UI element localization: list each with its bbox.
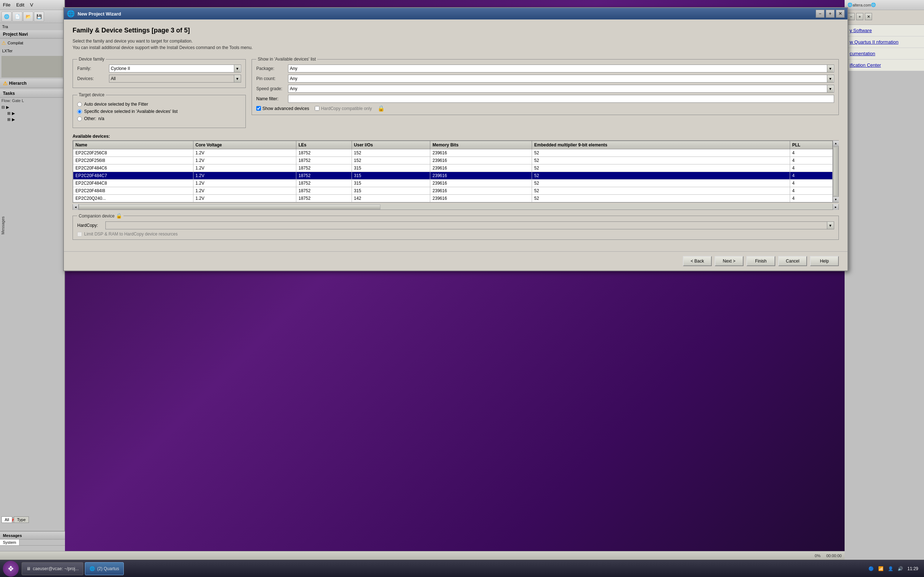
pin-count-label: Pin count: xyxy=(256,76,285,81)
radio-specific[interactable] xyxy=(77,109,82,114)
table-cell-2: 18752 xyxy=(296,172,352,180)
table-row[interactable]: EP2C20F484I81.2V18752315239616524 xyxy=(73,187,833,195)
package-select[interactable]: Any xyxy=(288,64,834,73)
hardcopy-label: HardCopy compatible only xyxy=(321,106,372,111)
speed-grade-select-wrapper: Any ▼ xyxy=(288,85,834,93)
table-cell-2: 18752 xyxy=(296,180,352,187)
taskbar-item-quartus[interactable]: 🌐 (2) Quartus xyxy=(85,562,124,575)
titlebar-min[interactable]: − xyxy=(848,13,855,20)
table-cell-1: 1.2V xyxy=(193,157,296,164)
show-devices-legend: Show in 'Available devices' list xyxy=(256,56,317,62)
next-button[interactable]: Next > xyxy=(715,256,743,266)
hardcopy-checkbox[interactable] xyxy=(315,106,320,111)
show-advanced-checkbox[interactable] xyxy=(256,106,261,111)
window-icon: 🌐 xyxy=(67,10,75,18)
devices-table-inner: Name Core Voltage LEs User I/Os Memory B… xyxy=(73,141,833,202)
pin-count-row: Pin count: Any ▼ xyxy=(256,75,834,82)
taskbar-item-proj[interactable]: 🖥 caeuser@vcae: ~/proj... xyxy=(22,562,83,575)
table-row[interactable]: EP2C20F256I81.2V18752152239616524 xyxy=(73,157,833,164)
table-row[interactable]: EP2C20Q240...1.2V18752142239616524 xyxy=(73,195,833,202)
titlebar-left: 🌐 New Project Wizard xyxy=(67,10,121,18)
table-cell-5: 52 xyxy=(532,157,790,164)
ide-right-panel: 🌐 altera.com 🌐 − + ✕ y Software w Quartu… xyxy=(845,0,924,560)
right-link-2[interactable]: cumentation xyxy=(845,48,924,60)
back-button[interactable]: < Back xyxy=(683,256,712,266)
menu-file[interactable]: File xyxy=(3,2,10,8)
table-row[interactable]: EP2C20F256C81.2V18752152239616524 xyxy=(73,149,833,157)
table-cell-2: 18752 xyxy=(296,164,352,172)
wizard-description: Select the family and device you want to… xyxy=(73,38,839,51)
finish-button[interactable]: Finish xyxy=(746,256,775,266)
cancel-button[interactable]: Cancel xyxy=(778,256,807,266)
window-minimize-btn[interactable]: − xyxy=(816,10,824,18)
vscroll-down-btn[interactable]: ▼ xyxy=(833,197,839,202)
table-cell-1: 1.2V xyxy=(193,187,296,195)
table-cell-5: 52 xyxy=(532,187,790,195)
right-link-0[interactable]: y Software xyxy=(845,25,924,36)
table-cell-3: 315 xyxy=(352,187,430,195)
table-cell-3: 152 xyxy=(352,149,430,157)
table-row[interactable]: EP2C20F484C61.2V18752315239616524 xyxy=(73,164,833,172)
menu-edit[interactable]: Edit xyxy=(16,2,24,8)
ide-toolbar: 🌐 📄 📂 💾 xyxy=(0,10,64,23)
vscroll-up-btn[interactable]: ▲ xyxy=(833,141,839,147)
table-row[interactable]: EP2C20F484C71.2V18752315239616524 xyxy=(73,172,833,180)
table-cell-6: 4 xyxy=(790,172,832,180)
family-select[interactable]: Cyclone II xyxy=(109,64,241,73)
menu-view[interactable]: V xyxy=(30,2,33,8)
hscroll-thumb[interactable] xyxy=(79,205,380,210)
table-cell-4: 239616 xyxy=(430,164,532,172)
titlebar-close[interactable]: ✕ xyxy=(865,13,872,20)
toolbar-btn-3[interactable]: 📂 xyxy=(23,11,33,22)
table-cell-1: 1.2V xyxy=(193,172,296,180)
devices-table-container: Name Core Voltage LEs User I/Os Memory B… xyxy=(73,140,839,203)
table-cell-0: EP2C20F484C8 xyxy=(73,180,194,187)
window-close-btn[interactable]: ✕ xyxy=(836,10,845,18)
window-maximize-btn[interactable]: + xyxy=(826,10,835,18)
start-button[interactable]: ❖ xyxy=(3,561,19,577)
all-tab[interactable]: All xyxy=(2,516,12,523)
titlebar-max[interactable]: + xyxy=(856,13,863,20)
table-cell-5: 52 xyxy=(532,180,790,187)
companion-fieldset: Companion device 🔒 HardCopy: ▼ Limit DSP… xyxy=(73,213,839,240)
taskbar-items: 🖥 caeuser@vcae: ~/proj... 🌐 (2) Quartus xyxy=(22,562,868,575)
package-row: Package: Any ▼ xyxy=(256,64,834,73)
toolbar-btn-1[interactable]: 🌐 xyxy=(2,11,11,22)
target-device-fieldset: Target device Auto device selected by th… xyxy=(73,92,246,128)
toolbar-btn-2[interactable]: 📄 xyxy=(12,11,23,22)
toolbar-btn-4[interactable]: 💾 xyxy=(34,11,44,22)
hscroll-right-btn[interactable]: ► xyxy=(833,204,838,210)
col-emb: Embedded multiplier 9-bit elements xyxy=(532,141,790,149)
radio-other[interactable] xyxy=(77,116,82,121)
hardcopy-select[interactable] xyxy=(105,221,834,229)
speed-grade-select[interactable]: Any xyxy=(288,85,834,93)
pin-count-select[interactable]: Any xyxy=(288,75,834,82)
help-button[interactable]: Help xyxy=(810,256,839,266)
right-link-3[interactable]: ification Center xyxy=(845,60,924,71)
left-settings-panel: Device family Family: Cyclone II ▼ Devic… xyxy=(73,56,246,132)
table-cell-6: 4 xyxy=(790,157,832,164)
devices-select[interactable]: All xyxy=(109,75,241,82)
table-cell-2: 18752 xyxy=(296,195,352,202)
vscroll-thumb[interactable] xyxy=(834,147,838,196)
table-cell-0: EP2C20F484I8 xyxy=(73,187,194,195)
right-link-1[interactable]: w Quartus II nformation xyxy=(845,36,924,48)
name-filter-input[interactable] xyxy=(288,95,834,103)
table-cell-5: 52 xyxy=(532,164,790,172)
col-voltage: Core Voltage xyxy=(193,141,296,149)
table-row[interactable]: EP2C20F484C81.2V18752315239616524 xyxy=(73,180,833,187)
messages-label: Messages xyxy=(1,216,5,234)
table-cell-4: 239616 xyxy=(430,195,532,202)
window-title: New Project Wizard xyxy=(78,11,121,16)
package-label: Package: xyxy=(256,66,285,71)
sound-icon: 🔊 xyxy=(898,566,903,571)
radio-auto[interactable] xyxy=(77,102,82,107)
show-devices-fieldset: Show in 'Available devices' list Package… xyxy=(252,56,839,115)
table-cell-4: 239616 xyxy=(430,172,532,180)
system-tab[interactable]: System xyxy=(0,540,19,545)
hscroll-left-btn[interactable]: ◄ xyxy=(73,204,79,210)
network-icon: 📶 xyxy=(878,566,884,571)
limit-dsp-label: Limit DSP & RAM to HardCopy device resou… xyxy=(84,232,178,237)
table-cell-0: EP2C20F484C7 xyxy=(73,172,194,180)
col-mem: Memory Bits xyxy=(430,141,532,149)
